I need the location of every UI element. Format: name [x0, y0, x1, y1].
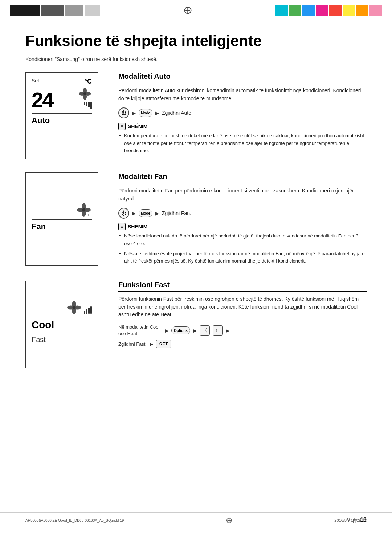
mark-black [10, 5, 40, 16]
section-auto: Set °C 24 [25, 72, 367, 159]
arrow-fast-3: ▶ [226, 328, 229, 333]
fan-icon-auto [78, 87, 92, 101]
mode-button-icon: Mode [139, 109, 152, 117]
color-bar-orange [356, 5, 368, 16]
nav-right-button[interactable]: 〉 [213, 325, 223, 336]
footer-file: AR5000&A3050 ZE Good_IB_DB68-06163A_A5_S… [25, 519, 124, 523]
arrow-fast-1: ▶ [165, 328, 168, 333]
fast-instr-label2: ose Heat [118, 330, 162, 337]
print-marks-top: ⊕ [0, 0, 392, 21]
arrow-fan-1: ▶ [132, 211, 136, 216]
fan-icon-fast [66, 300, 82, 315]
fast-instruction-block: Në modalitetin Cool ose Heat ▶ Options ▶… [118, 324, 367, 348]
fast-instr-set-label: Zgjidhni Fast. [118, 341, 147, 347]
device-fast-submode: Fast [32, 336, 46, 344]
mark-darkgray [41, 5, 64, 16]
color-bar-green [289, 5, 301, 16]
auto-note: ≡ SHËNIM Kur temperatura e brendshme duk… [118, 123, 367, 154]
fan-note-item-2: Njësia e jashtme është projektuar për të… [118, 250, 367, 265]
crosshair-top: ⊕ [183, 4, 192, 16]
arrow-fan-2: ▶ [155, 211, 159, 216]
device-fan-mode: Fan [32, 222, 46, 231]
auto-note-list: Kur temperatura e brendshme duket më e l… [118, 132, 367, 154]
power-button-icon: ⏻ [118, 107, 129, 118]
auto-note-title: ≡ SHËNIM [118, 123, 367, 130]
fan-note-item-1: Nëse kondicioneri nuk do të përdoret për… [118, 232, 367, 247]
color-bar-yellow [343, 5, 355, 16]
fast-instr-label1: Në modalitetin Cool [118, 324, 162, 330]
mark-lightgray [85, 5, 100, 16]
svg-point-15 [73, 306, 76, 309]
color-bar-magenta [316, 5, 328, 16]
fan-body: Përdorni modalitetin Fan për përdorimin … [118, 187, 367, 203]
svg-point-9 [82, 208, 86, 212]
fast-instr-line1: Në modalitetin Cool ose Heat ▶ Options ▶… [118, 324, 367, 337]
mark-medgray [65, 5, 83, 16]
device-temp: 24 [32, 89, 53, 110]
page-footer: AR5000&A3050 ZE Good_IB_DB68-06163A_A5_S… [0, 512, 392, 525]
auto-instr-text: Zgjidhni Auto. [162, 110, 193, 116]
set-button[interactable]: SET [156, 340, 171, 348]
fan-note-list: Nëse kondicioneri nuk do të përdoret për… [118, 232, 367, 265]
fan-icon-fan: 1 [76, 202, 92, 218]
auto-note-item-1: Kur temperatura e brendshme duket më e l… [118, 132, 367, 154]
footer-lang: Shqip [346, 517, 358, 523]
fan-title: Modaliteti Fan [118, 172, 367, 183]
auto-instruction: ⏻ ▶ Mode ▶ Zgjidhni Auto. [118, 107, 367, 118]
nav-left-button[interactable]: 〈 [200, 325, 210, 336]
fan-note: ≡ SHËNIM Nëse kondicioneri nuk do të për… [118, 223, 367, 265]
arrow-fast-4: ▶ [150, 341, 153, 347]
mode-button-fan-icon: Mode [139, 209, 152, 217]
page-number-area: Shqip 19 [346, 517, 367, 523]
fan-note-title: ≡ SHËNIM [118, 223, 367, 230]
device-cool-mode: Cool [32, 319, 54, 330]
device-fast-illustration: Cool Fast [25, 281, 98, 368]
page-title: Funksione të shpejta inteligjente [25, 32, 367, 53]
fan-instr-text: Zgjidhni Fan. [162, 210, 191, 216]
device-set-label: Set [32, 78, 39, 84]
color-bar-pink [369, 5, 382, 16]
section-fast: Cool Fast Funksioni Fast Përdorni funksi… [25, 281, 367, 368]
note-icon: ≡ [118, 123, 126, 130]
options-button-icon: Options [171, 326, 190, 334]
arrow-fast-2: ▶ [193, 328, 197, 333]
svg-text:1: 1 [87, 213, 90, 217]
device-fan-illustration: 1 Fan [25, 172, 98, 266]
fast-content: Funksioni Fast Përdorni funksionin Fast … [118, 281, 367, 368]
fan-instruction: ⏻ ▶ Mode ▶ Zgjidhni Fan. [118, 208, 367, 219]
arrow-1: ▶ [132, 110, 136, 116]
fast-body: Përdorni funksionin Fast për freskimin o… [118, 295, 367, 319]
arrow-2: ▶ [155, 110, 159, 116]
device-auto-illustration: Set °C 24 [25, 72, 98, 159]
footer-crosshair: ⊕ [226, 516, 232, 525]
note-icon-fan: ≡ [118, 223, 126, 230]
color-bar-blue [302, 5, 315, 16]
color-bar-cyan [275, 5, 288, 16]
fast-title: Funksioni Fast [118, 281, 367, 292]
page-subtitle: Kondicioneri "Samsung" ofron në sërë fun… [25, 56, 367, 62]
device-auto-mode: Auto [32, 116, 50, 125]
fan-content: Modaliteti Fan Përdorni modalitetin Fan … [118, 172, 367, 268]
power-button-fan-icon: ⏻ [118, 208, 129, 219]
auto-title: Modaliteti Auto [118, 72, 367, 83]
auto-content: Modaliteti Auto Përdorni modalitetin Aut… [118, 72, 367, 159]
device-temp-unit: °C [85, 78, 92, 85]
footer-page-num: 19 [360, 517, 367, 523]
color-bar-red [329, 5, 342, 16]
fast-instr-line2: Zgjidhni Fast. ▶ SET [118, 340, 367, 348]
section-fan: 1 Fan Modaliteti Fan Përdorni modaliteti… [25, 172, 367, 268]
svg-point-4 [83, 92, 86, 95]
auto-body: Përdorni modalitetin Auto kur dëshironi … [118, 87, 367, 102]
